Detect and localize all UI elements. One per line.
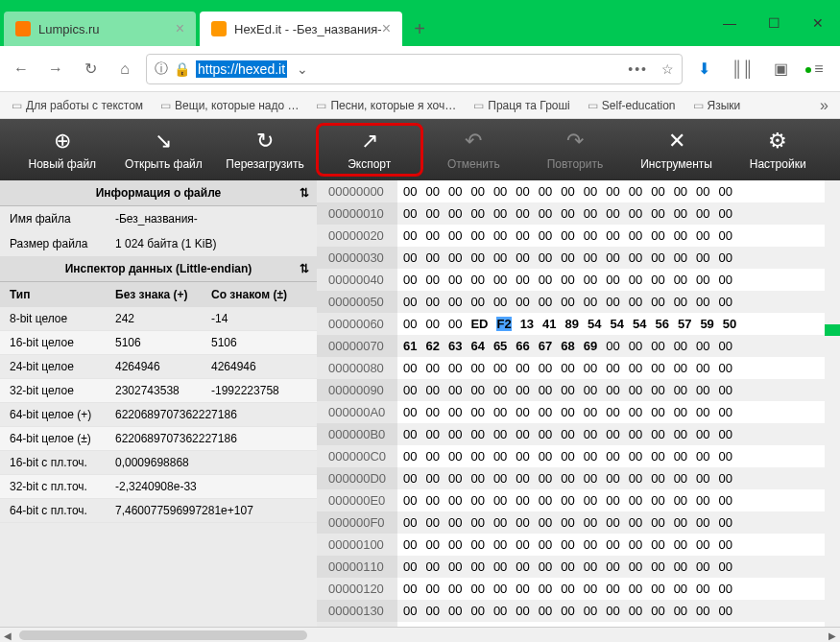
hex-byte[interactable]: 00 bbox=[651, 559, 664, 574]
hex-byte[interactable]: 00 bbox=[561, 228, 574, 243]
bookmarks-overflow-button[interactable]: » bbox=[820, 97, 828, 114]
hex-byte[interactable]: 56 bbox=[655, 317, 668, 331]
browser-tab[interactable]: Lumpics.ru× bbox=[4, 12, 196, 46]
hex-byte[interactable]: 00 bbox=[470, 493, 484, 508]
hex-byte[interactable]: 00 bbox=[470, 228, 484, 243]
hex-byte[interactable]: 00 bbox=[516, 559, 529, 574]
hex-byte[interactable]: 00 bbox=[493, 273, 507, 287]
hex-byte[interactable]: 00 bbox=[403, 405, 417, 419]
hex-byte[interactable]: 00 bbox=[539, 250, 552, 265]
hex-byte[interactable]: 00 bbox=[561, 273, 574, 287]
hex-byte[interactable]: 00 bbox=[674, 493, 687, 508]
vertical-scrollbar[interactable] bbox=[825, 180, 840, 627]
hex-byte[interactable]: 00 bbox=[425, 317, 439, 331]
hex-byte[interactable]: 00 bbox=[674, 515, 687, 530]
page-actions-icon[interactable]: ••• bbox=[628, 61, 648, 77]
back-button[interactable]: ← bbox=[8, 56, 35, 83]
hex-byte[interactable]: 00 bbox=[696, 339, 709, 353]
hex-byte[interactable]: 00 bbox=[425, 361, 439, 375]
hex-byte[interactable]: 00 bbox=[629, 273, 642, 287]
hex-byte[interactable]: 00 bbox=[539, 582, 552, 596]
hex-byte[interactable]: 00 bbox=[539, 383, 552, 397]
hex-byte[interactable]: 00 bbox=[539, 295, 552, 309]
hex-byte[interactable]: 00 bbox=[719, 295, 732, 309]
hex-byte[interactable]: 69 bbox=[584, 339, 597, 353]
url-bar[interactable]: ⓘ 🔒 https://hexed.it ⌄ ••• ☆ bbox=[146, 54, 683, 84]
hex-byte[interactable]: 00 bbox=[470, 515, 484, 530]
hex-byte[interactable]: 00 bbox=[425, 228, 439, 243]
hex-byte[interactable]: 00 bbox=[493, 427, 507, 441]
hex-byte[interactable]: 00 bbox=[539, 515, 552, 530]
hex-byte[interactable]: 00 bbox=[425, 471, 439, 486]
hex-byte[interactable]: 00 bbox=[516, 206, 529, 221]
hex-byte[interactable]: 59 bbox=[700, 317, 713, 331]
hex-byte[interactable]: 00 bbox=[425, 273, 439, 287]
hex-byte[interactable]: 41 bbox=[542, 317, 556, 331]
hex-row[interactable]: 000000000000000000000000000000 bbox=[397, 489, 840, 511]
hex-byte[interactable]: 00 bbox=[651, 383, 664, 397]
hex-byte[interactable]: 00 bbox=[584, 493, 597, 508]
hex-byte[interactable]: 00 bbox=[606, 339, 619, 353]
hex-byte[interactable]: 00 bbox=[651, 471, 664, 486]
hex-byte[interactable]: 00 bbox=[629, 604, 642, 618]
hex-row[interactable]: 000000000000000000000000000000 bbox=[397, 379, 840, 401]
hex-byte[interactable]: 00 bbox=[425, 604, 439, 618]
hex-byte[interactable]: 00 bbox=[561, 184, 574, 199]
hex-byte[interactable]: 00 bbox=[448, 317, 462, 331]
hex-byte[interactable]: 00 bbox=[561, 295, 574, 309]
hex-byte[interactable]: 00 bbox=[561, 361, 574, 375]
hex-byte[interactable]: 00 bbox=[448, 361, 462, 375]
hex-byte[interactable]: 00 bbox=[629, 515, 642, 530]
toolbar-button[interactable]: ↘Открыть файл bbox=[113, 119, 215, 180]
inspector-header[interactable]: Инспектор данных (Little-endian) ⇅ bbox=[0, 256, 317, 282]
info-icon[interactable]: ⓘ bbox=[155, 60, 168, 78]
hex-byte[interactable]: 00 bbox=[651, 604, 664, 618]
hex-byte[interactable]: 00 bbox=[696, 559, 709, 574]
hex-byte[interactable]: 00 bbox=[403, 449, 417, 464]
hex-byte[interactable]: 00 bbox=[696, 250, 709, 265]
hex-byte[interactable]: 00 bbox=[606, 537, 619, 552]
hex-byte[interactable]: 00 bbox=[674, 206, 687, 221]
hex-byte[interactable]: 00 bbox=[561, 405, 574, 419]
hex-byte[interactable]: 00 bbox=[561, 471, 574, 486]
hex-byte[interactable]: 00 bbox=[584, 559, 597, 574]
hex-byte[interactable]: 00 bbox=[493, 184, 507, 199]
hex-byte[interactable]: 00 bbox=[629, 339, 642, 353]
hex-byte[interactable]: 00 bbox=[651, 295, 664, 309]
hex-byte[interactable]: 00 bbox=[674, 449, 687, 464]
hex-byte[interactable]: 00 bbox=[561, 604, 574, 618]
hex-byte[interactable]: 00 bbox=[470, 383, 484, 397]
hex-byte[interactable]: 00 bbox=[719, 449, 732, 464]
bookmark-item[interactable]: ▭Праця та Гроші bbox=[473, 99, 570, 112]
hex-byte[interactable]: 00 bbox=[674, 383, 687, 397]
hex-byte[interactable]: 00 bbox=[470, 206, 484, 221]
hex-byte[interactable]: 54 bbox=[633, 317, 646, 331]
hex-byte[interactable]: F2 bbox=[496, 317, 511, 331]
hex-row[interactable]: 000000000000000000000000000000 bbox=[397, 445, 840, 467]
close-button[interactable]: ✕ bbox=[796, 0, 840, 46]
hex-byte[interactable]: 00 bbox=[719, 206, 732, 221]
hex-row[interactable]: 000000000000000000000000000000 bbox=[397, 578, 840, 600]
hex-byte[interactable]: 00 bbox=[629, 405, 642, 419]
hex-byte[interactable]: 00 bbox=[425, 559, 439, 574]
hex-byte[interactable]: 00 bbox=[470, 295, 484, 309]
hex-editor[interactable]: 0000000000000010000000200000003000000040… bbox=[317, 180, 840, 642]
hex-byte[interactable]: 00 bbox=[606, 559, 619, 574]
hex-byte[interactable]: 00 bbox=[696, 361, 709, 375]
hex-byte[interactable]: 00 bbox=[584, 361, 597, 375]
hex-byte[interactable]: 00 bbox=[696, 405, 709, 419]
hex-byte[interactable]: 00 bbox=[403, 228, 417, 243]
hex-byte[interactable]: 00 bbox=[448, 295, 462, 309]
hex-byte[interactable]: 00 bbox=[493, 537, 507, 552]
hex-byte[interactable]: 00 bbox=[674, 228, 687, 243]
hex-byte[interactable]: 00 bbox=[696, 206, 709, 221]
hex-row[interactable]: 000000000000000000000000000000 bbox=[397, 225, 840, 247]
hex-byte[interactable]: 00 bbox=[719, 184, 732, 199]
hex-byte[interactable]: 00 bbox=[425, 206, 439, 221]
hex-row[interactable]: 000000000000000000000000000000 bbox=[397, 269, 840, 291]
hex-byte[interactable]: 00 bbox=[584, 604, 597, 618]
hex-byte[interactable]: 00 bbox=[584, 537, 597, 552]
hex-byte[interactable]: 00 bbox=[448, 449, 462, 464]
hex-byte[interactable]: 00 bbox=[629, 361, 642, 375]
hex-byte[interactable]: 00 bbox=[584, 471, 597, 486]
